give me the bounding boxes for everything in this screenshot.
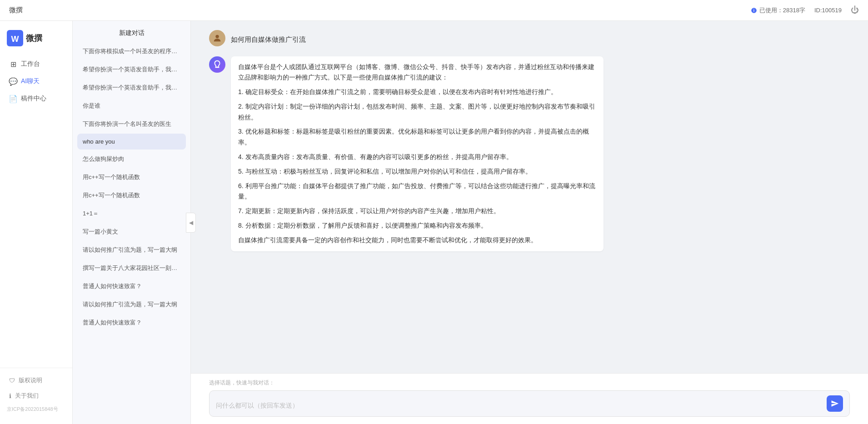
chat-list-panel: 新建对话 下面你将模拟成一个叫圣友的程序员，我说... 希望你扮演一个英语发音助… <box>73 21 191 424</box>
chat-list-item[interactable]: 普通人如何快速致富？ <box>77 278 186 295</box>
sidebar-label-drafts: 稿件中心 <box>21 95 46 103</box>
chat-list-item[interactable]: 请以如何推广引流为题，写一篇大纲 <box>77 296 186 313</box>
ai-para-6: 6. 利用平台推广功能：自媒体平台都提供了推广功能，如广告投放、付费推广等，可以… <box>238 181 596 203</box>
grid-icon: ⊞ <box>9 60 17 68</box>
info-icon: i <box>751 7 757 14</box>
ai-para-8: 8. 分析数据：定期分析数据，了解用户反馈和喜好，以便调整推广策略和内容发布频率… <box>238 220 596 231</box>
user-id: ID:100519 <box>814 7 842 14</box>
ai-para-0: 自媒体平台是个人或团队通过互联网平台（如博客、微博、微信公众号、抖音、快手等）发… <box>238 62 596 84</box>
about-label: 关于我们 <box>15 392 39 400</box>
sidebar-item-about[interactable]: ℹ 关于我们 <box>0 388 72 404</box>
ai-para-4: 4. 发布高质量内容：发布高质量、有价值、有趣的内容可以吸引更多的粉丝，并提高用… <box>238 152 596 163</box>
chat-list-item[interactable]: 写一篇小黄文 <box>77 223 186 240</box>
chat-list-item[interactable]: 怎么做狗屎炒肉 <box>77 150 186 168</box>
sidebar-bottom: 🛡 版权说明 ℹ 关于我们 京ICP备2022015848号 <box>0 368 72 419</box>
chat-list-scroll: 下面你将模拟成一个叫圣友的程序员，我说... 希望你扮演一个英语发音助手，我提供… <box>73 43 190 424</box>
main-layout: W 微撰 ⊞ 工作台 💬 AI聊天 📄 稿件中心 🛡 版权说明 <box>0 21 868 424</box>
collapse-panel-button[interactable]: ◀ <box>186 213 196 233</box>
new-chat-button[interactable]: 新建对话 <box>73 21 190 43</box>
ai-message-content: 自媒体平台是个人或团队通过互联网平台（如博客、微博、微信公众号、抖音、快手等）发… <box>231 56 604 251</box>
ai-para-2: 2. 制定内容计划：制定一份详细的内容计划，包括发布时间、频率、主题、文案、图片… <box>238 101 596 123</box>
header-title: 微撰 <box>9 6 751 15</box>
chat-list-item[interactable]: 请以如何推广引流为题，写一篇大纲 <box>77 241 186 259</box>
chat-icon: 💬 <box>9 77 17 85</box>
sidebar-item-ai-chat[interactable]: 💬 AI聊天 <box>0 73 72 90</box>
ai-para-3: 3. 优化标题和标签：标题和标签是吸引粉丝的重要因素。优化标题和标签可以让更多的… <box>238 126 596 148</box>
sidebar-logo-text: 微撰 <box>26 33 42 44</box>
chat-list-item[interactable]: 用c++写一个随机函数 <box>77 169 186 186</box>
user-message-content: 如何用自媒体做推广引流 <box>231 30 306 49</box>
shield-icon: 🛡 <box>9 377 15 384</box>
ai-avatar <box>209 56 225 73</box>
chat-input[interactable] <box>216 401 822 412</box>
sidebar-item-drafts[interactable]: 📄 稿件中心 <box>0 90 72 107</box>
send-icon <box>831 399 839 408</box>
chat-area: 如何用自媒体做推广引流 自媒体平台是个人或团队通过互联网平台（如博客、微博、微信… <box>191 21 868 424</box>
svg-text:W: W <box>11 35 19 44</box>
chat-messages: 如何用自媒体做推广引流 自媒体平台是个人或团队通过互联网平台（如博客、微博、微信… <box>191 21 868 373</box>
chat-list-item[interactable]: 1+1＝ <box>77 205 186 222</box>
ai-para-1: 1. 确定目标受众：在开始自媒体推广引流之前，需要明确目标受众是谁，以便在发布内… <box>238 87 596 98</box>
icp-text: 京ICP备2022015848号 <box>0 404 72 415</box>
svg-text:i: i <box>753 8 754 12</box>
chat-list-item[interactable]: 撰写一篇关于八大家花园社区一刻钟便民生... <box>77 259 186 277</box>
header-right: i 已使用：28318字 ID:100519 ⏻ <box>751 5 859 15</box>
chat-input-area: 选择话题，快速与我对话： <box>191 373 868 424</box>
chat-list-item-active[interactable]: who are you <box>77 134 186 150</box>
logout-btn[interactable]: ⏻ <box>851 5 859 15</box>
message-ai: 自媒体平台是个人或团队通过互联网平台（如博客、微博、微信公众号、抖音、快手等）发… <box>209 56 850 251</box>
app-header: 微撰 i 已使用：28318字 ID:100519 ⏻ <box>0 0 868 21</box>
input-hint: 选择话题，快速与我对话： <box>209 379 850 387</box>
chat-list-item[interactable]: 用c++写一个随机函数 <box>77 187 186 204</box>
ai-para-7: 7. 定期更新：定期更新内容，保持活跃度，可以让用户对你的内容产生兴趣，增加用户… <box>238 206 596 217</box>
chat-list-item[interactable]: 希望你扮演一个英语发音助手，我提供给你... <box>77 79 186 96</box>
ai-para-9: 自媒体推广引流需要具备一定的内容创作和社交能力，同时也需要不断尝试和优化，才能取… <box>238 235 596 246</box>
message-user: 如何用自媒体做推广引流 <box>209 30 850 49</box>
ai-para-5: 5. 与粉丝互动：积极与粉丝互动，回复评论和私信，可以增加用户对你的认可和信任，… <box>238 166 596 177</box>
chat-input-box <box>209 390 850 417</box>
svg-point-4 <box>215 35 219 38</box>
sidebar-item-workbench[interactable]: ⊞ 工作台 <box>0 55 72 73</box>
info-circle-icon: ℹ <box>9 393 11 399</box>
sidebar-item-copyright[interactable]: 🛡 版权说明 <box>0 373 72 388</box>
chat-list-item[interactable]: 下面你将扮演一个名叫圣友的医生 <box>77 115 186 133</box>
logo-icon: W <box>7 30 23 46</box>
sidebar-label-ai-chat: AI聊天 <box>21 77 40 85</box>
send-button[interactable] <box>827 395 843 412</box>
copyright-label: 版权说明 <box>19 376 42 384</box>
sidebar-logo: W 微撰 <box>0 30 72 55</box>
header-usage: i 已使用：28318字 <box>751 6 805 15</box>
user-avatar <box>209 30 225 46</box>
sidebar-label-workbench: 工作台 <box>21 60 40 68</box>
usage-text: 已使用：28318字 <box>759 6 805 15</box>
chat-list-item[interactable]: 希望你扮演一个英语发音助手，我提供给你... <box>77 61 186 78</box>
file-icon: 📄 <box>9 95 17 103</box>
chat-list-item[interactable]: 普通人如何快速致富？ <box>77 314 186 331</box>
sidebar: W 微撰 ⊞ 工作台 💬 AI聊天 📄 稿件中心 🛡 版权说明 <box>0 21 73 424</box>
sidebar-nav: ⊞ 工作台 💬 AI聊天 📄 稿件中心 <box>0 55 72 368</box>
chat-list-item[interactable]: 下面你将模拟成一个叫圣友的程序员，我说... <box>77 43 186 60</box>
chat-list-item[interactable]: 你是谁 <box>77 97 186 115</box>
